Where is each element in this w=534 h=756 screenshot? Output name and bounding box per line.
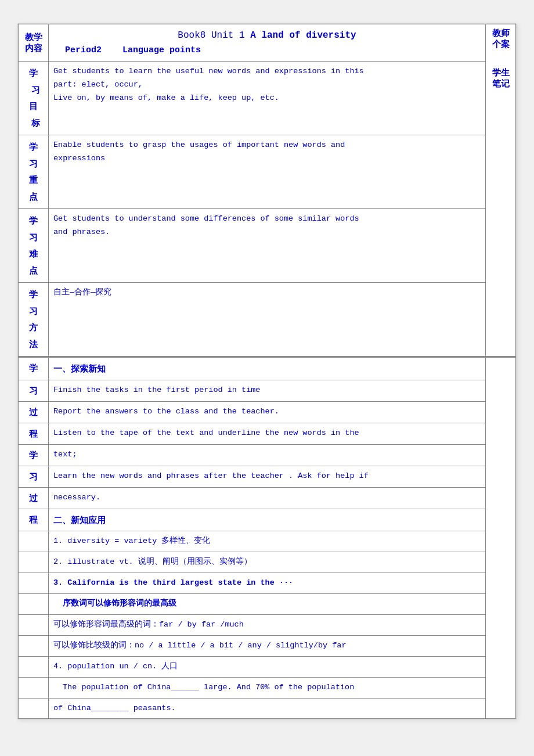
process-content-4: Listen to the tape of the text and under… [49,423,486,444]
knowledge-label-4 [19,593,49,614]
content-mubiao: Get students to learn the useful new wor… [49,62,486,135]
process-label-cheng: 程 [19,423,49,444]
knowledge-content-5: 可以修饰形容词最高级的词：far / by far /much [49,614,486,635]
knowledge-content-9: of China________ peasants. [49,698,486,719]
knowledge-row-4: 序数词可以修饰形容词的最高级 [19,593,516,614]
process-label-xue: 学 [19,358,49,380]
process-row-2: 习 Finish the tasks in the first period i… [19,380,516,401]
knowledge-row-1: 1. diversity = variety 多样性、变化 [19,531,516,552]
row-zhongdian: 学习重点 Enable students to grasp the usages… [19,135,516,209]
process-row-4: 程 Listen to the tape of the text and und… [19,423,516,444]
knowledge-content-3: 3. California is the third largest state… [49,573,486,593]
row-nandian: 学习难点 Get students to understand some dif… [19,209,516,283]
process-content-7: necessary. [49,487,486,509]
header-label: 教学内容 [19,24,49,62]
process-content-2: Finish the tasks in the first period in … [49,380,486,401]
process-content-6: Learn the new words and phrases after th… [49,466,486,487]
process-row-8: 程 二、新知应用 [19,509,516,531]
content-nandian: Get students to understand some differen… [49,209,486,283]
process-content-3: Report the answers to the class and the … [49,401,486,423]
process-label-xi: 习 [19,380,49,401]
mubiao-line2: part: elect, occur, [53,78,481,92]
content-zhongdian: Enable students to grasp the usages of i… [49,135,486,209]
process-label-xue2: 学 [19,444,49,466]
knowledge-row-7: 4. population un / cn. 人口 [19,656,516,677]
main-table: 教学内容 Book8 Unit 1 A land of diversity Pe… [18,24,516,719]
right-column-process [486,358,516,719]
header-row: 教学内容 Book8 Unit 1 A land of diversity Pe… [19,24,516,62]
process-row-3: 过 Report the answers to the class and th… [19,401,516,423]
knowledge-label-8 [19,677,49,698]
label-fangfa: 学习方法 [19,283,49,357]
knowledge-row-5: 可以修饰形容词最高级的词：far / by far /much [19,614,516,635]
knowledge-label-6 [19,635,49,656]
process-row-1: 学 一、探索新知 [19,358,516,380]
knowledge-label-5 [19,614,49,635]
knowledge-content-1: 1. diversity = variety 多样性、变化 [49,531,486,552]
knowledge-label-2 [19,552,49,573]
knowledge-row-6: 可以修饰比较级的词：no / a little / a bit / any / … [19,635,516,656]
knowledge-label-1 [19,531,49,552]
process-label-guo: 过 [19,401,49,423]
knowledge-label-7 [19,656,49,677]
knowledge-row-3: 3. California is the third largest state… [19,573,516,593]
process-content-8: 二、新知应用 [49,509,486,531]
mubiao-line3: Live on, by means of, make a life, keep … [53,92,481,105]
process-label-cheng2: 程 [19,509,49,531]
mubiao-line1: Get students to learn the useful new wor… [53,65,481,78]
knowledge-label-3 [19,573,49,593]
header-title-cell: Book8 Unit 1 A land of diversity Period2… [49,24,486,62]
knowledge-row-9: of China________ peasants. [19,698,516,719]
label-mubiao: 学习目标 [19,62,49,135]
knowledge-content-6: 可以修饰比较级的词：no / a little / a bit / any / … [49,635,486,656]
knowledge-label-9 [19,698,49,719]
knowledge-content-7: 4. population un / cn. 人口 [49,656,486,677]
title-line1: Book8 Unit 1 A land of diversity [53,30,481,41]
knowledge-content-8: The population of China______ large. And… [49,677,486,698]
process-label-guo2: 过 [19,487,49,509]
row-fangfa: 学习方法 自主—合作—探究 [19,283,516,357]
process-label-xi2: 习 [19,466,49,487]
title-line2: Period2 Language points [53,45,481,55]
knowledge-row-8: The population of China______ large. And… [19,677,516,698]
label-nandian: 学习难点 [19,209,49,283]
knowledge-content-4: 序数词可以修饰形容词的最高级 [49,593,486,614]
process-row-6: 习 Learn the new words and phrases after … [19,466,516,487]
knowledge-content-2: 2. illustrate vt. 说明、阐明（用图示、实例等） [49,552,486,573]
page: 教学内容 Book8 Unit 1 A land of diversity Pe… [17,23,517,719]
process-content-1: 一、探索新知 [49,358,486,380]
label-zhongdian: 学习重点 [19,135,49,209]
knowledge-row-2: 2. illustrate vt. 说明、阐明（用图示、实例等） [19,552,516,573]
row-xuexiMubiao: 学习目标 Get students to learn the useful ne… [19,62,516,135]
content-fangfa: 自主—合作—探究 [49,283,486,357]
process-content-5: text; [49,444,486,466]
process-row-7: 过 necessary. [19,487,516,509]
process-row-5: 学 text; [19,444,516,466]
right-column: 教师个案 学生笔记 [486,24,516,357]
